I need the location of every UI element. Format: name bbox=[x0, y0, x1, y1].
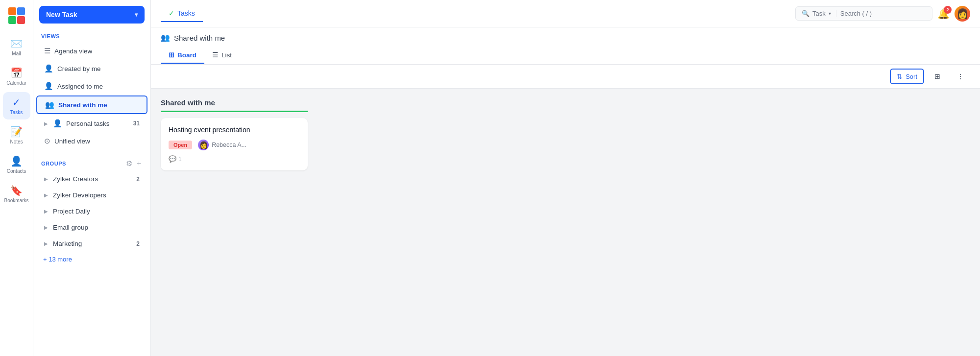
search-filter-label: Task bbox=[812, 10, 826, 17]
board-area: Shared with me Hosting event presentatio… bbox=[151, 89, 980, 356]
notes-icon: 📝 bbox=[10, 126, 23, 138]
more-options-button[interactable]: ⋮ bbox=[951, 69, 970, 84]
unified-view-icon: ⊙ bbox=[44, 137, 50, 145]
tasks-tab[interactable]: ✓ Tasks bbox=[161, 5, 203, 22]
shared-with-me-header-icon: 👥 bbox=[161, 33, 170, 42]
sidebar-item-assigned-to-me[interactable]: 👤 Assigned to me bbox=[36, 78, 147, 95]
zylker-creators-label: Zylker Creators bbox=[53, 175, 98, 183]
calendar-icon: 📅 bbox=[10, 67, 23, 79]
topbar: ✓ Tasks 🔍 Task ▾ Search ( / ) 🔔 2 👩 bbox=[151, 0, 980, 27]
sidebar-item-created-by-me[interactable]: 👤 Created by me bbox=[36, 60, 147, 77]
dropdown-icon: ▾ bbox=[829, 11, 831, 16]
created-by-me-icon: 👤 bbox=[44, 64, 53, 73]
expand-icon: ▶ bbox=[44, 121, 48, 126]
agenda-icon: ☰ bbox=[44, 47, 50, 55]
bookmarks-label: Bookmarks bbox=[4, 198, 28, 203]
views-section-label: VIEWS bbox=[33, 33, 150, 42]
content-title-row: 👥 Shared with me bbox=[161, 33, 970, 42]
sidebar-item-unified-label: Unified view bbox=[54, 138, 90, 145]
sidebar-item-calendar[interactable]: 📅 Calendar bbox=[3, 63, 30, 90]
content-page-title: Shared with me bbox=[174, 34, 225, 42]
sort-icon: ⇅ bbox=[897, 72, 903, 80]
view-tabs: ⊞ Board ☰ List bbox=[161, 47, 970, 64]
groups-section-label: GROUPS bbox=[41, 161, 66, 166]
tasks-tab-label: Tasks bbox=[177, 9, 195, 17]
task-footer: 💬 1 bbox=[169, 155, 300, 163]
new-task-label: New Task bbox=[46, 11, 77, 19]
comment-icon: 💬 bbox=[169, 155, 176, 163]
sidebar-item-tasks[interactable]: ✓ Tasks bbox=[3, 92, 30, 119]
content-header: 👥 Shared with me ⊞ Board ☰ List bbox=[151, 27, 980, 65]
avatar-image: 👩 bbox=[956, 8, 969, 20]
assignee-name: Rebecca A... bbox=[212, 142, 246, 148]
zylker-creators-count: 2 bbox=[136, 176, 140, 183]
task-card[interactable]: Hosting event presentation Open 👩 Rebecc… bbox=[161, 118, 308, 170]
groups-add-icon[interactable]: ＋ bbox=[135, 159, 143, 168]
task-assignee: 👩 Rebecca A... bbox=[198, 140, 246, 150]
ellipsis-icon: ⋮ bbox=[957, 72, 964, 80]
board-column-shared: Shared with me Hosting event presentatio… bbox=[161, 98, 308, 176]
notification-badge[interactable]: 🔔 2 bbox=[937, 8, 950, 20]
topbar-left: ✓ Tasks bbox=[161, 5, 203, 22]
personal-tasks-count: 31 bbox=[133, 120, 140, 127]
assignee-avatar-image: 👩 bbox=[199, 141, 208, 149]
board-column-title: Shared with me bbox=[161, 98, 308, 112]
tasks-label: Tasks bbox=[10, 110, 23, 115]
tasks-tab-icon: ✓ bbox=[169, 9, 174, 17]
new-task-button[interactable]: New Task ▾ bbox=[39, 6, 145, 24]
svg-rect-3 bbox=[17, 16, 25, 24]
tab-board[interactable]: ⊞ Board bbox=[161, 47, 204, 64]
tab-list[interactable]: ☰ List bbox=[204, 47, 240, 64]
sidebar-item-unified-view[interactable]: ⊙ Unified view bbox=[36, 133, 147, 149]
svg-rect-2 bbox=[8, 16, 16, 24]
svg-rect-0 bbox=[8, 7, 16, 15]
sidebar-item-shared-label: Shared with me bbox=[58, 101, 107, 109]
zylker-developers-label: Zylker Developers bbox=[53, 191, 106, 199]
sidebar-item-agenda-label: Agenda view bbox=[54, 47, 92, 55]
assigned-to-me-icon: 👤 bbox=[44, 82, 53, 91]
status-badge: Open bbox=[169, 141, 192, 149]
expand-icon: ▶ bbox=[44, 225, 48, 230]
expand-icon: ▶ bbox=[44, 176, 48, 182]
mail-icon: ✉️ bbox=[10, 38, 23, 49]
sidebar-item-shared-with-me[interactable]: 👥 Shared with me bbox=[36, 95, 147, 114]
groups-settings-icon[interactable]: ⚙ bbox=[126, 159, 132, 168]
sidebar-item-marketing[interactable]: ▶ Marketing 2 bbox=[36, 236, 147, 251]
search-bar[interactable]: 🔍 Task ▾ Search ( / ) bbox=[795, 6, 932, 21]
sidebar-item-zylker-creators[interactable]: ▶ Zylker Creators 2 bbox=[36, 171, 147, 187]
sidebar-item-created-label: Created by me bbox=[57, 65, 101, 72]
contacts-label: Contacts bbox=[7, 168, 26, 174]
task-title: Hosting event presentation bbox=[169, 126, 300, 134]
content-area: 👥 Shared with me ⊞ Board ☰ List ⇅ Sort bbox=[151, 27, 980, 356]
more-groups-link[interactable]: + 13 more bbox=[33, 252, 150, 269]
grid-view-button[interactable]: ⊞ bbox=[928, 69, 947, 84]
expand-icon: ▶ bbox=[44, 209, 48, 214]
main-area: ✓ Tasks 🔍 Task ▾ Search ( / ) 🔔 2 👩 bbox=[151, 0, 980, 356]
search-filter[interactable]: 🔍 Task ▾ bbox=[802, 10, 836, 17]
expand-icon: ▶ bbox=[44, 241, 48, 246]
sidebar-item-bookmarks[interactable]: 🔖 Bookmarks bbox=[3, 180, 30, 208]
personal-tasks-icon: 👤 bbox=[53, 119, 62, 128]
topbar-right: 🔍 Task ▾ Search ( / ) 🔔 2 👩 bbox=[795, 6, 970, 22]
sidebar-item-contacts[interactable]: 👤 Contacts bbox=[3, 151, 30, 178]
sidebar-item-notes[interactable]: 📝 Notes bbox=[3, 121, 30, 149]
user-avatar[interactable]: 👩 bbox=[955, 6, 970, 22]
sidebar: New Task ▾ VIEWS ☰ Agenda view 👤 Created… bbox=[33, 0, 151, 356]
project-daily-label: Project Daily bbox=[53, 208, 90, 215]
tasks-icon: ✓ bbox=[12, 96, 21, 108]
email-group-label: Email group bbox=[53, 224, 88, 231]
sort-button[interactable]: ⇅ Sort bbox=[890, 69, 924, 84]
sidebar-item-project-daily[interactable]: ▶ Project Daily bbox=[36, 204, 147, 219]
comment-count: 1 bbox=[178, 156, 182, 163]
sidebar-item-email-group[interactable]: ▶ Email group bbox=[36, 220, 147, 235]
expand-icon: ▶ bbox=[44, 192, 48, 198]
search-placeholder: Search ( / ) bbox=[840, 10, 872, 17]
list-tab-label: List bbox=[221, 51, 232, 59]
task-meta: Open 👩 Rebecca A... bbox=[169, 140, 300, 150]
shared-with-me-icon: 👥 bbox=[45, 100, 54, 109]
sidebar-item-mail[interactable]: ✉️ Mail bbox=[3, 33, 30, 61]
icon-bar: ✉️ Mail 📅 Calendar ✓ Tasks 📝 Notes 👤 Con… bbox=[0, 0, 33, 356]
sidebar-item-agenda[interactable]: ☰ Agenda view bbox=[36, 43, 147, 59]
sidebar-item-zylker-developers[interactable]: ▶ Zylker Developers bbox=[36, 188, 147, 203]
sidebar-item-personal-tasks[interactable]: ▶ 👤 Personal tasks 31 bbox=[36, 115, 147, 132]
